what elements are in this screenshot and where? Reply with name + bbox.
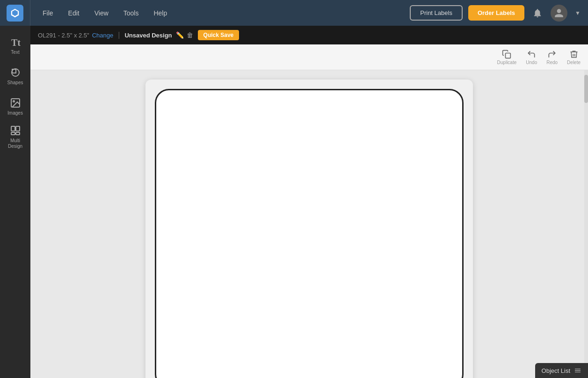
- undo-action[interactable]: Undo: [526, 50, 537, 65]
- nav-view[interactable]: View: [87, 7, 116, 20]
- delete-label: Delete: [567, 60, 581, 65]
- quick-save-button[interactable]: Quick Save: [198, 30, 240, 40]
- logo-svg: [10, 8, 20, 18]
- user-menu-caret-icon[interactable]: ▼: [575, 10, 581, 16]
- svg-rect-6: [11, 126, 15, 131]
- nav-edit[interactable]: Edit: [61, 7, 87, 20]
- sidebar: Tt Text Shapes Images Multi Design: [0, 26, 30, 378]
- sidebar-item-images[interactable]: Images: [0, 91, 30, 122]
- svg-rect-0: [506, 53, 511, 58]
- sidebar-item-text[interactable]: Tt Text: [0, 30, 30, 61]
- svg-text:Tt: Tt: [11, 37, 21, 48]
- sidebar-images-label: Images: [7, 110, 23, 116]
- canvas-wrapper: [145, 80, 473, 378]
- svg-rect-7: [16, 126, 20, 131]
- delete-action[interactable]: Delete: [567, 50, 581, 65]
- change-link[interactable]: Change: [92, 32, 114, 39]
- object-list-label: Object List: [542, 367, 570, 374]
- design-title: Unsaved Design: [124, 32, 172, 39]
- svg-point-5: [13, 101, 15, 102]
- undo-label: Undo: [526, 60, 537, 65]
- sidebar-shapes-label: Shapes: [7, 80, 23, 86]
- delete-design-icon[interactable]: 🗑: [187, 31, 193, 39]
- svg-rect-8: [11, 132, 15, 135]
- sidebar-item-multi-design[interactable]: Multi Design: [0, 122, 30, 152]
- sidebar-text-label: Text: [11, 50, 19, 55]
- duplicate-action[interactable]: Duplicate: [497, 50, 517, 65]
- label-canvas[interactable]: [155, 89, 464, 378]
- right-scrollbar[interactable]: [584, 70, 588, 378]
- redo-label: Redo: [546, 60, 558, 65]
- user-avatar[interactable]: [551, 5, 567, 22]
- nav-file[interactable]: File: [35, 7, 61, 20]
- nav-tools[interactable]: Tools: [116, 7, 146, 20]
- scrollbar-thumb[interactable]: [584, 75, 588, 103]
- sidebar-multi-design-label: Multi Design: [8, 138, 22, 149]
- duplicate-label: Duplicate: [497, 60, 517, 65]
- main-canvas-area: [30, 70, 588, 378]
- svg-rect-9: [16, 132, 20, 135]
- nav-menu: File Edit View Tools Help: [30, 7, 410, 20]
- label-info-text: OL291 - 2.5" x 2.5": [38, 32, 89, 39]
- object-list-icon: [574, 367, 581, 374]
- nav-help[interactable]: Help: [146, 7, 174, 20]
- object-list-button[interactable]: Object List: [535, 363, 588, 378]
- logo-icon: [7, 5, 23, 22]
- top-nav: File Edit View Tools Help Print Labels O…: [0, 0, 588, 26]
- edit-design-name-icon[interactable]: ✏️: [176, 31, 184, 39]
- nav-right: Print Labels Order Labels ▼: [410, 5, 588, 22]
- logo-area[interactable]: [0, 0, 30, 26]
- redo-action[interactable]: Redo: [546, 50, 558, 65]
- print-labels-button[interactable]: Print Labels: [410, 5, 463, 21]
- info-bar: OL291 - 2.5" x 2.5" Change | Unsaved Des…: [30, 26, 588, 44]
- toolbar: Duplicate Undo Redo Delete: [30, 44, 588, 70]
- notifications-icon[interactable]: [530, 6, 545, 21]
- sidebar-item-shapes[interactable]: Shapes: [0, 61, 30, 91]
- info-separator: |: [118, 31, 120, 39]
- order-labels-button[interactable]: Order Labels: [468, 5, 524, 21]
